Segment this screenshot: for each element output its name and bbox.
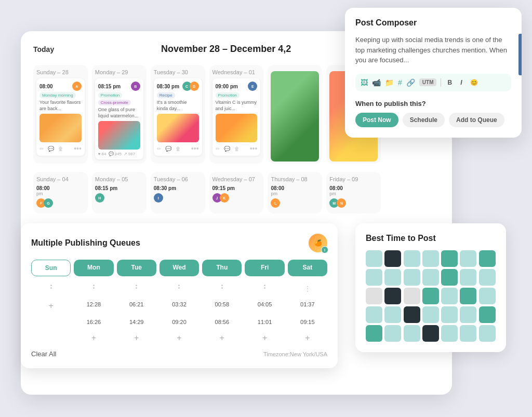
queues-avatar[interactable]: 🍊 xyxy=(309,234,327,252)
more-icon[interactable]: ••• xyxy=(74,144,82,153)
heatmap-cell-19[interactable] xyxy=(460,288,476,304)
heatmap-cell-4[interactable] xyxy=(441,250,458,267)
post-now-button[interactable]: Post Now xyxy=(355,113,398,127)
post-card-mon29[interactable]: 08:15 pm B Promotion Cross-promote One g… xyxy=(95,78,143,159)
add-tue[interactable]: + xyxy=(117,331,156,345)
edit-icon-wed[interactable]: ✏ xyxy=(216,146,220,152)
heatmap-cell-3[interactable] xyxy=(422,250,439,267)
heatmap-cell-24[interactable] xyxy=(422,306,439,323)
heatmap-cell-32[interactable] xyxy=(441,325,458,342)
bold-button[interactable]: B xyxy=(445,78,454,87)
add-wed[interactable]: + xyxy=(159,331,199,345)
delete-icon-wed[interactable]: 🗑 xyxy=(234,146,240,152)
image-icon[interactable]: 🖼 xyxy=(361,78,368,87)
more-times-btn[interactable]: ⋮ xyxy=(304,285,311,293)
heatmap-cell-25[interactable] xyxy=(441,306,458,323)
heatmap-cell-34[interactable] xyxy=(479,325,496,342)
heatmap-cell-33[interactable] xyxy=(460,325,476,342)
queue-dots-row: ⋮ xyxy=(31,283,327,295)
tab-mon[interactable]: Mon xyxy=(74,260,113,276)
tab-sun[interactable]: Sun xyxy=(31,260,71,276)
queues-panel: Multiple Publishing Queues 🍊 Sun Mon Tue… xyxy=(21,223,338,368)
heatmap-cell-1[interactable] xyxy=(384,250,401,267)
italic-button[interactable]: I xyxy=(458,78,464,87)
heatmap-cell-23[interactable] xyxy=(404,306,420,323)
day-label-mon05: Monday – 05 xyxy=(95,176,143,182)
post-text-tue30: It's a smoothie kinda day... xyxy=(157,100,199,112)
heatmap-cell-28[interactable] xyxy=(366,325,382,342)
link-icon[interactable]: 🔗 xyxy=(406,78,415,87)
heatmap-cell-29[interactable] xyxy=(384,325,401,342)
comment-icon[interactable]: 💬 xyxy=(48,146,54,152)
tab-wed[interactable]: Wed xyxy=(159,260,199,276)
delete-icon[interactable]: 🗑 xyxy=(58,146,63,152)
heatmap-cell-21[interactable] xyxy=(366,306,382,323)
add-mon[interactable]: + xyxy=(74,331,113,345)
time-wed-2: 09:20 xyxy=(159,317,199,327)
add-to-queue-button[interactable]: Add to Queue xyxy=(449,113,504,127)
add-fri[interactable]: + xyxy=(245,331,284,345)
emoji-button[interactable]: 😊 xyxy=(468,78,480,87)
heatmap-cell-6[interactable] xyxy=(479,250,496,267)
heatmap-cell-15[interactable] xyxy=(384,288,401,304)
post-card-tue30[interactable]: 08:30 pm C D Recipe It's a smoothie kind… xyxy=(154,78,202,156)
best-time-title: Best Time to Post xyxy=(366,234,496,243)
heatmap-cell-11[interactable] xyxy=(441,269,458,286)
heatmap-cell-17[interactable] xyxy=(422,288,439,304)
heatmap-cell-30[interactable] xyxy=(404,325,420,342)
post-card-sun28[interactable]: 08:00 A Monday morning Your favorite fla… xyxy=(36,78,85,156)
heatmap-cell-27[interactable] xyxy=(479,306,496,323)
comment-icon-wed[interactable]: 💬 xyxy=(224,146,230,152)
day-col-sun04: Sunday – 04 08:00 pm F G xyxy=(33,172,88,213)
post-image-mon29 xyxy=(98,121,140,150)
folder-icon[interactable]: 📁 xyxy=(385,78,394,87)
add-sat[interactable]: + xyxy=(288,331,327,345)
post-text-wed01: Vitamin C is yummy and juic... xyxy=(216,100,258,112)
publish-options: Post Now Schedule Add to Queue xyxy=(355,113,511,127)
heatmap-cell-13[interactable] xyxy=(479,269,496,286)
more-icon-tue[interactable]: ••• xyxy=(191,144,199,153)
comment-icon-tue[interactable]: 💬 xyxy=(165,146,171,152)
utm-badge[interactable]: UTM xyxy=(419,78,437,86)
delete-icon-tue[interactable]: 🗑 xyxy=(176,146,181,152)
time-tue-1: 06:21 xyxy=(117,299,156,313)
edit-icon-tue[interactable]: ✏ xyxy=(157,146,161,152)
heatmap-cell-10[interactable] xyxy=(422,269,439,286)
day-col-tue06: Tuesday – 06 08:30 pm I xyxy=(151,172,205,213)
video-icon[interactable]: 📹 xyxy=(372,78,381,87)
edit-icon[interactable]: ✏ xyxy=(39,146,44,152)
add-time-sun[interactable]: + xyxy=(31,299,71,313)
day-col-thu08: Thursday – 08 08:00 pm L xyxy=(268,172,322,213)
tab-tue[interactable]: Tue xyxy=(117,260,156,276)
time-sun-2 xyxy=(31,317,71,327)
day-label-thu08: Thursday – 08 xyxy=(271,176,319,182)
tab-fri[interactable]: Fri xyxy=(245,260,284,276)
schedule-button[interactable]: Schedule xyxy=(403,113,445,127)
today-button[interactable]: Today xyxy=(33,45,54,53)
heatmap-cell-9[interactable] xyxy=(404,269,420,286)
tag-monday-morning: Monday morning xyxy=(39,92,76,98)
heatmap-cell-22[interactable] xyxy=(384,306,401,323)
add-thu[interactable]: + xyxy=(202,331,242,345)
heatmap-cell-20[interactable] xyxy=(479,288,496,304)
hash-icon[interactable]: # xyxy=(398,78,402,87)
heatmap-cell-7[interactable] xyxy=(366,269,382,286)
post-actions-sun28: ✏ 💬 🗑 ••• xyxy=(39,144,82,153)
heatmap-cell-14[interactable] xyxy=(366,288,382,304)
heatmap-cell-8[interactable] xyxy=(384,269,401,286)
tab-thu[interactable]: Thu xyxy=(202,260,242,276)
clear-all-button[interactable]: Clear All xyxy=(31,350,56,358)
heatmap-cell-31[interactable] xyxy=(422,325,439,342)
heatmap-cell-26[interactable] xyxy=(460,306,476,323)
heatmap-cell-5[interactable] xyxy=(460,250,476,267)
post-card-wed01[interactable]: 09:00 pm E Promotion Vitamin C is yummy … xyxy=(212,78,261,156)
tab-sat[interactable]: Sat xyxy=(288,260,327,276)
time-tue-2: 14:29 xyxy=(117,317,156,327)
heatmap-cell-16[interactable] xyxy=(404,288,420,304)
heatmap-cell-0[interactable] xyxy=(366,250,382,267)
heatmap-cell-2[interactable] xyxy=(404,250,420,267)
more-icon-wed[interactable]: ••• xyxy=(250,144,258,153)
heatmap-cell-18[interactable] xyxy=(441,288,458,304)
day-label-sun04: Sunday – 04 xyxy=(36,176,85,182)
heatmap-cell-12[interactable] xyxy=(460,269,476,286)
